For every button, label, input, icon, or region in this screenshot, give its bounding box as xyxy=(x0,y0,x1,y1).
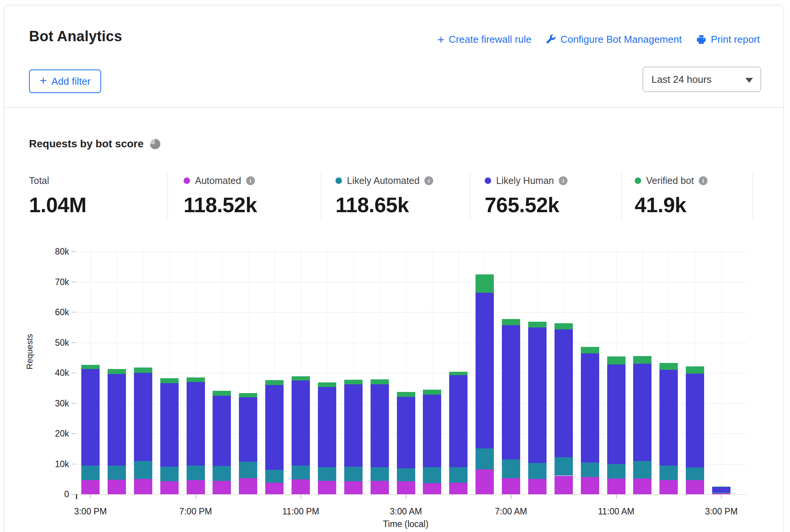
bar-segment-verified-bot[interactable] xyxy=(81,365,100,369)
bar-segment-likely-human[interactable] xyxy=(659,370,678,466)
bar-segment-automated[interactable] xyxy=(213,481,231,494)
bar-segment-automated[interactable] xyxy=(423,483,441,494)
bar-segment-verified-bot[interactable] xyxy=(555,323,573,330)
bar-segment-automated[interactable] xyxy=(607,479,626,494)
info-icon[interactable]: i xyxy=(559,176,568,185)
bar-segment-likely-automated[interactable] xyxy=(397,468,415,481)
bar-segment-automated[interactable] xyxy=(108,480,126,494)
bar-segment-likely-automated[interactable] xyxy=(292,466,310,479)
bar-segment-automated[interactable] xyxy=(659,480,678,494)
bar-segment-automated[interactable] xyxy=(371,481,389,494)
bar-segment-verified-bot[interactable] xyxy=(213,391,231,396)
bar-segment-automated[interactable] xyxy=(502,478,520,494)
bar-segment-likely-human[interactable] xyxy=(265,385,284,470)
bar-segment-likely-automated[interactable] xyxy=(528,463,547,479)
bar-segment-likely-human[interactable] xyxy=(213,396,231,466)
bar-segment-verified-bot[interactable] xyxy=(476,274,494,293)
bar-segment-likely-automated[interactable] xyxy=(160,467,179,481)
bar-segment-automated[interactable] xyxy=(160,481,179,494)
bar-segment-automated[interactable] xyxy=(686,480,704,494)
bar-segment-likely-human[interactable] xyxy=(476,293,494,448)
bar-segment-verified-bot[interactable] xyxy=(239,393,257,397)
bar-segment-likely-automated[interactable] xyxy=(659,466,678,480)
bar-segment-likely-automated[interactable] xyxy=(344,467,363,481)
bar-segment-automated[interactable] xyxy=(581,477,599,494)
bar-segment-likely-automated[interactable] xyxy=(239,462,257,478)
bar-segment-verified-bot[interactable] xyxy=(134,368,152,373)
info-icon[interactable]: i xyxy=(699,176,708,185)
bar-segment-likely-human[interactable] xyxy=(712,487,730,492)
bar-segment-likely-automated[interactable] xyxy=(712,492,730,493)
bar-segment-automated[interactable] xyxy=(712,493,730,494)
bar-segment-verified-bot[interactable] xyxy=(659,363,678,370)
add-filter-button[interactable]: + Add filter xyxy=(29,69,101,93)
bar-segment-verified-bot[interactable] xyxy=(423,390,441,395)
bar-segment-likely-human[interactable] xyxy=(633,364,651,461)
bar-segment-likely-human[interactable] xyxy=(502,325,520,459)
bar-segment-verified-bot[interactable] xyxy=(187,377,205,382)
bar-segment-verified-bot[interactable] xyxy=(581,347,599,353)
bar-segment-automated[interactable] xyxy=(397,481,415,494)
bar-segment-likely-automated[interactable] xyxy=(265,470,284,482)
bar-segment-verified-bot[interactable] xyxy=(344,380,363,384)
print-report-link[interactable]: Print report xyxy=(696,34,760,45)
bar-segment-likely-human[interactable] xyxy=(581,353,599,462)
create-firewall-rule-link[interactable]: + Create firewall rule xyxy=(437,34,531,45)
bar-segment-automated[interactable] xyxy=(134,479,152,494)
bar-segment-likely-automated[interactable] xyxy=(581,463,599,477)
bar-segment-verified-bot[interactable] xyxy=(686,366,704,374)
bar-segment-automated[interactable] xyxy=(239,478,257,494)
configure-bot-management-link[interactable]: Configure Bot Management xyxy=(546,34,682,45)
bar-segment-likely-human[interactable] xyxy=(371,384,389,467)
time-range-select[interactable]: Last 24 hours xyxy=(643,67,761,92)
bar-segment-likely-human[interactable] xyxy=(239,397,257,462)
bar-segment-likely-human[interactable] xyxy=(134,373,152,461)
bar-segment-verified-bot[interactable] xyxy=(633,356,651,364)
bar-segment-automated[interactable] xyxy=(476,469,494,494)
bar-segment-verified-bot[interactable] xyxy=(318,382,336,387)
bar-segment-likely-human[interactable] xyxy=(344,384,363,466)
bar-segment-likely-automated[interactable] xyxy=(686,468,704,480)
bar-segment-likely-human[interactable] xyxy=(397,397,415,468)
bar-segment-likely-human[interactable] xyxy=(108,374,126,466)
info-icon[interactable]: i xyxy=(246,176,255,185)
bar-segment-likely-automated[interactable] xyxy=(81,466,100,480)
bar-segment-automated[interactable] xyxy=(633,479,651,494)
bar-segment-verified-bot[interactable] xyxy=(397,392,415,397)
bar-segment-automated[interactable] xyxy=(265,483,284,494)
bar-segment-verified-bot[interactable] xyxy=(528,322,547,327)
bar-segment-automated[interactable] xyxy=(187,480,205,494)
bar-segment-automated[interactable] xyxy=(528,479,547,494)
bar-segment-likely-automated[interactable] xyxy=(476,448,494,469)
bar-segment-likely-automated[interactable] xyxy=(607,464,626,478)
bar-segment-likely-automated[interactable] xyxy=(213,466,231,481)
bar-segment-likely-automated[interactable] xyxy=(555,457,573,476)
bar-segment-likely-human[interactable] xyxy=(318,387,336,468)
bar-segment-likely-human[interactable] xyxy=(187,382,205,466)
bar-segment-likely-automated[interactable] xyxy=(108,466,126,480)
bar-segment-automated[interactable] xyxy=(555,476,573,494)
bar-segment-likely-human[interactable] xyxy=(423,395,441,467)
bar-segment-likely-automated[interactable] xyxy=(423,467,441,483)
bar-segment-likely-automated[interactable] xyxy=(318,467,336,481)
bar-segment-automated[interactable] xyxy=(318,481,336,494)
bar-segment-verified-bot[interactable] xyxy=(607,356,626,364)
info-icon[interactable]: i xyxy=(424,176,433,185)
bar-segment-automated[interactable] xyxy=(344,481,363,494)
bar-segment-automated[interactable] xyxy=(449,483,468,494)
bar-segment-likely-automated[interactable] xyxy=(371,467,389,481)
bar-segment-verified-bot[interactable] xyxy=(292,376,310,380)
bar-segment-likely-human[interactable] xyxy=(528,327,547,463)
bar-segment-likely-automated[interactable] xyxy=(449,467,468,483)
bar-segment-likely-automated[interactable] xyxy=(187,466,205,480)
bar-segment-verified-bot[interactable] xyxy=(502,319,520,325)
bar-segment-verified-bot[interactable] xyxy=(449,372,468,376)
bar-segment-likely-human[interactable] xyxy=(607,364,626,464)
bar-segment-likely-automated[interactable] xyxy=(134,461,152,479)
bar-segment-verified-bot[interactable] xyxy=(712,487,730,487)
bar-segment-verified-bot[interactable] xyxy=(160,378,179,383)
bar-segment-automated[interactable] xyxy=(81,480,100,494)
bar-segment-likely-human[interactable] xyxy=(555,329,573,457)
bar-segment-verified-bot[interactable] xyxy=(371,379,389,384)
bar-segment-likely-human[interactable] xyxy=(292,380,310,466)
